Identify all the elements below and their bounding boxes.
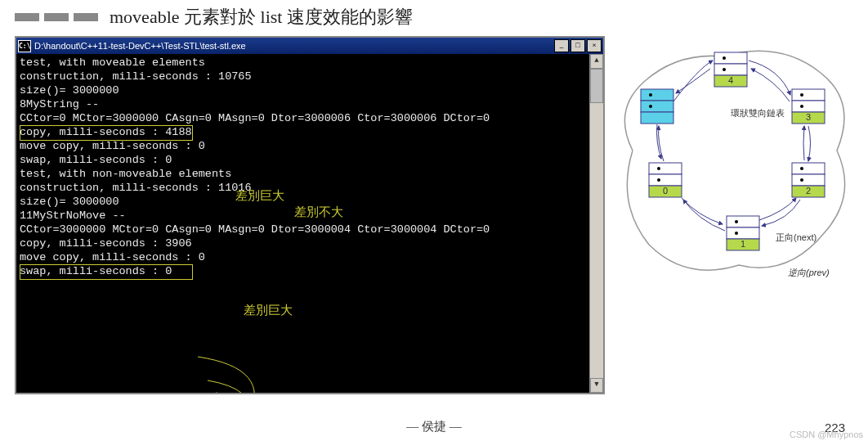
svg-rect-10 [792,163,825,174]
svg-point-23 [657,178,660,182]
minimize-button[interactable]: _ [554,39,569,52]
scroll-down-icon[interactable]: ▼ [590,378,603,393]
scroll-thumb[interactable] [590,69,603,103]
terminal-body: test, with moveable elements constructio… [16,54,603,393]
svg-point-16 [735,220,738,223]
term-line: construction, milli-seconds : 10765 [20,70,600,83]
node-label: 0 [663,186,668,196]
node-label: 3 [806,112,811,122]
svg-rect-12 [792,174,825,186]
svg-rect-2 [714,64,747,75]
svg-rect-25 [641,89,673,101]
svg-rect-22 [649,174,682,186]
annotation-label: 差別巨大 [244,304,293,317]
term-line: CCtor=0 MCtor=3000000 CAsgn=0 MAsgn=0 Dt… [20,111,600,125]
term-line: 11MyStrNoMove -- [20,209,600,223]
decor-bars [15,13,98,21]
scrollbar[interactable]: ▲ ▼ [589,54,603,393]
svg-rect-15 [727,216,759,227]
term-line: 8MyString -- [20,97,600,111]
svg-rect-0 [714,52,747,64]
window-title-path: D:\handout\C++11-test-DevC++\Test-STL\te… [34,41,246,51]
prev-label: 逆向(prev) [788,268,830,277]
term-line: CCtor=3000000 MCtor=0 CAsgn=0 MAsgn=0 Dt… [20,223,600,236]
watermark: CSDN @Mhypnos [790,430,863,439]
node-label: 2 [806,186,811,196]
svg-point-26 [649,93,652,97]
svg-rect-27 [641,101,673,112]
svg-rect-5 [792,89,825,101]
svg-rect-7 [792,101,825,112]
console-window: C:\ D:\handout\C++11-test-DevC++\Test-ST… [15,36,605,394]
svg-point-11 [800,167,803,170]
term-line: copy, milli-seconds : 4188 [20,125,600,139]
svg-rect-17 [727,227,759,239]
node-label: 4 [728,75,733,85]
term-line: move copy, milli-seconds : 0 [20,250,600,264]
svg-rect-29 [641,112,673,124]
linked-list-diagram: 4 3 2 [616,36,853,394]
term-line: test, with non-moveable elements [20,167,600,181]
next-label: 正向(next) [776,232,817,242]
svg-point-28 [649,105,652,108]
term-line: size()= 3000000 [20,195,600,209]
svg-rect-20 [649,163,682,174]
term-line: construction, milli-seconds : 11016 [20,181,600,195]
node-label: 1 [740,239,745,249]
cmd-icon: C:\ [18,40,31,52]
term-line: size()= 3000000 [20,83,600,97]
svg-point-3 [723,68,726,71]
close-button[interactable]: × [587,39,602,52]
svg-point-1 [723,56,726,60]
term-line: swap, milli-seconds : 0 [20,264,600,278]
term-line: move copy, milli-seconds : 0 [20,139,600,153]
svg-point-8 [800,105,803,108]
slide-header: moveable 元素對於 list 速度效能的影響 [15,5,853,29]
term-line: copy, milli-seconds : 3906 [20,236,600,250]
window-titlebar: C:\ D:\handout\C++11-test-DevC++\Test-ST… [16,38,603,54]
slide-title: moveable 元素對於 list 速度效能的影響 [110,5,413,29]
footer-author: — 侯捷 — [0,419,868,434]
scroll-up-icon[interactable]: ▲ [590,54,603,69]
svg-point-18 [735,232,738,235]
svg-point-6 [800,93,803,97]
term-line: swap, milli-seconds : 0 [20,153,600,167]
svg-point-13 [800,178,803,182]
term-line: test, with moveable elements [20,56,600,70]
svg-point-21 [657,167,660,170]
maximize-button[interactable]: □ [570,39,585,52]
diagram-caption: 環狀雙向鏈表 [731,108,785,118]
annotation-curve [20,278,603,393]
